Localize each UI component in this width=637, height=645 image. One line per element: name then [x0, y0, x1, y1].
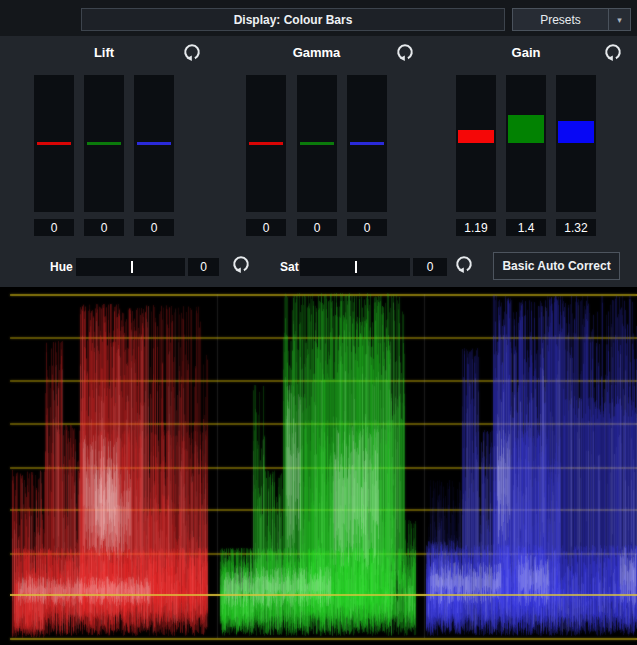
gamma-blue-value[interactable]: 0: [347, 219, 387, 236]
basic-auto-correct-label: Basic Auto Correct: [502, 259, 610, 273]
rgb-parade-waveform-display: [0, 287, 637, 645]
gain-red-handle[interactable]: [458, 130, 494, 143]
gamma-title: Gamma: [246, 45, 387, 60]
gain-green-handle[interactable]: [508, 115, 544, 143]
hue-value[interactable]: 0: [188, 258, 219, 276]
top-bar: Display: Colour Bars Presets ▾: [0, 0, 637, 36]
lift-title: Lift: [34, 45, 174, 60]
gain-red-slider[interactable]: [456, 75, 496, 212]
gamma-green-slider[interactable]: [297, 75, 337, 212]
lift-green-value[interactable]: 0: [84, 219, 124, 236]
lift-green-slider[interactable]: [84, 75, 124, 212]
gain-blue-handle[interactable]: [558, 121, 594, 143]
hue-slider-handle[interactable]: [131, 261, 133, 273]
display-mode-label: Display: Colour Bars: [234, 13, 353, 27]
gamma-blue-handle[interactable]: [350, 142, 384, 145]
gamma-reset-icon[interactable]: [395, 42, 415, 63]
display-mode-button[interactable]: Display: Colour Bars: [81, 8, 505, 31]
gain-green-slider[interactable]: [506, 75, 546, 212]
basic-auto-correct-button[interactable]: Basic Auto Correct: [493, 252, 620, 280]
gamma-red-slider[interactable]: [246, 75, 286, 212]
gain-blue-slider[interactable]: [556, 75, 596, 212]
presets-dropdown-arrow-icon[interactable]: ▾: [608, 9, 630, 30]
lift-blue-slider[interactable]: [134, 75, 174, 212]
gain-title: Gain: [456, 45, 596, 60]
gamma-red-value[interactable]: 0: [246, 219, 286, 236]
lift-red-value[interactable]: 0: [34, 219, 74, 236]
sat-reset-icon[interactable]: [454, 254, 474, 275]
gain-reset-icon[interactable]: [603, 42, 623, 63]
gamma-blue-slider[interactable]: [347, 75, 387, 212]
gamma-green-value[interactable]: 0: [297, 219, 337, 236]
lift-blue-handle[interactable]: [137, 142, 171, 145]
sat-label: Sat: [280, 260, 299, 274]
hue-label: Hue: [50, 260, 73, 274]
controls-panel: Lift Gamma Gain 0 0 0 0 0 0 1.19 1.4: [0, 36, 637, 287]
sat-value[interactable]: 0: [413, 258, 447, 276]
sat-slider[interactable]: [300, 258, 410, 276]
lift-green-handle[interactable]: [87, 142, 121, 145]
lift-reset-icon[interactable]: [182, 42, 202, 63]
gain-red-value[interactable]: 1.19: [456, 219, 496, 236]
presets-label[interactable]: Presets: [513, 9, 608, 30]
colour-correction-panel: Display: Colour Bars Presets ▾ Lift Gamm…: [0, 0, 637, 645]
hue-slider[interactable]: [76, 258, 185, 276]
gamma-green-handle[interactable]: [300, 142, 334, 145]
sat-slider-handle[interactable]: [355, 261, 357, 273]
lift-red-handle[interactable]: [37, 142, 71, 145]
lift-red-slider[interactable]: [34, 75, 74, 212]
hue-reset-icon[interactable]: [231, 254, 251, 275]
gain-green-value[interactable]: 1.4: [506, 219, 546, 236]
presets-button[interactable]: Presets ▾: [512, 8, 631, 31]
lift-blue-value[interactable]: 0: [134, 219, 174, 236]
gamma-red-handle[interactable]: [249, 142, 283, 145]
gain-blue-value[interactable]: 1.32: [556, 219, 596, 236]
